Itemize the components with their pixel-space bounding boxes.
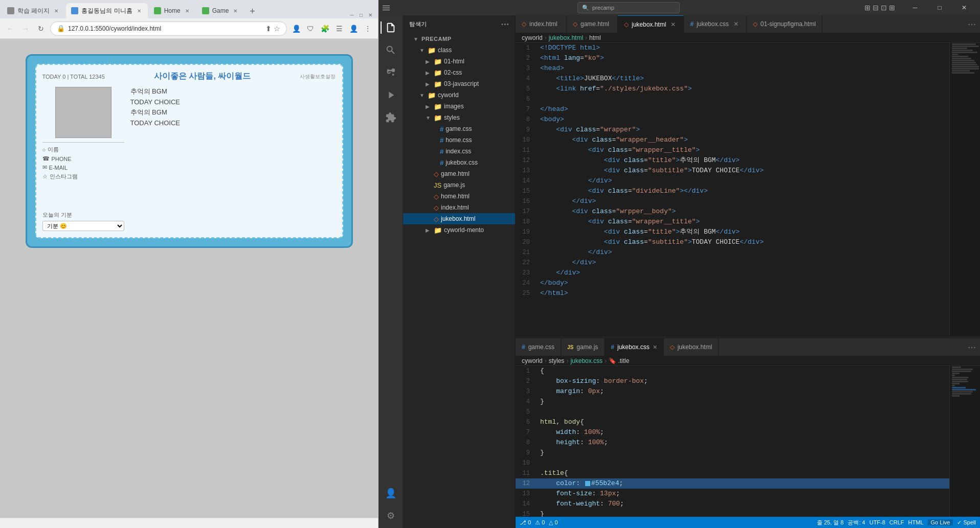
bottom-tabs-more-icon[interactable]: ⋯ (968, 342, 976, 352)
activity-account[interactable]: 👤 (381, 483, 401, 503)
tab-close-jukebox-css[interactable]: ✕ (732, 20, 740, 28)
activity-explorer[interactable] (381, 17, 401, 38)
status-git-branch[interactable]: ⎇ 0 (520, 519, 531, 526)
tab-game-html[interactable]: ◇ game.html (567, 15, 618, 33)
btab-game-css[interactable]: # game.css (516, 338, 561, 356)
sidebar-item-game-css[interactable]: ▶ # game.css (403, 123, 515, 134)
tab-close-1[interactable]: ✕ (136, 7, 143, 14)
bbreadcrumb-title-class[interactable]: 🔖 .title (609, 357, 629, 364)
tab-jukebox-html[interactable]: ◇ jukebox.html ✕ (618, 15, 684, 33)
btab-jukebox-html[interactable]: ◇ jukebox.html (664, 338, 719, 356)
code-line-17: 17 <div class="wrpper__body"> (516, 206, 949, 217)
new-tab-button[interactable]: + (245, 4, 259, 18)
browser-tab-2[interactable]: Home ✕ (149, 3, 196, 18)
sidebar-item-precamp[interactable]: ▼ PRECAMP (403, 33, 515, 44)
btab-jukebox-css[interactable]: # jukebox.css ✕ (605, 338, 663, 356)
vscode-close-button[interactable]: ✕ (952, 0, 976, 15)
bookmark-icon[interactable]: ☆ (274, 25, 280, 33)
top-code-editor[interactable]: 1 <!DOCTYPE html> 2 <html lang="ko"> 3 <… (516, 43, 949, 336)
layout-icon-1[interactable]: ⊞ (864, 4, 871, 12)
status-errors[interactable]: ⚠ 0 (535, 519, 545, 526)
sidebar-item-03-js[interactable]: ▶ 📁 03-javascript (403, 78, 515, 89)
minimap-line-1 (952, 43, 976, 45)
layout-icon-3[interactable]: ⊡ (881, 4, 887, 12)
layout-icon-4[interactable]: ⊞ (889, 4, 895, 12)
status-spaces[interactable]: 공백: 4 (848, 519, 865, 526)
puzzle-icon[interactable]: 🧩 (319, 22, 331, 35)
tab-jukebox-css[interactable]: # jukebox.css ✕ (684, 15, 746, 33)
mood-select[interactable]: 기분 😊 행복 슬픔 (42, 221, 124, 231)
bbreadcrumb-styles[interactable]: styles (549, 357, 565, 364)
breadcrumb-jukebox-html[interactable]: jukebox.html (549, 34, 583, 41)
sidebar-item-index-css[interactable]: ▶ # index.css (403, 146, 515, 157)
status-spell[interactable]: ✓ Spell (957, 519, 976, 526)
activity-git[interactable] (381, 62, 401, 83)
status-cursor-position[interactable]: 줄 25, 열 8 (817, 519, 844, 526)
cyworld-settings[interactable]: 사생활보호설정 (300, 73, 336, 80)
breadcrumb-cyworld[interactable]: cyworld (522, 34, 543, 41)
activity-settings[interactable]: ⚙ (381, 506, 401, 526)
reload-button[interactable]: ↻ (35, 22, 47, 35)
status-go-live[interactable]: Go Live (928, 519, 953, 525)
tab-index-html[interactable]: ◇ index.html (516, 15, 567, 33)
breadcrumb-html[interactable]: html (589, 34, 601, 41)
tab-close-3[interactable]: ✕ (232, 7, 239, 14)
menu-line-1 (383, 6, 390, 6)
sidebar-item-index-html[interactable]: ▶ ◇ index.html (403, 202, 515, 213)
sidebar-item-jukebox-html[interactable]: ▶ ◇ jukebox.html (403, 213, 515, 224)
sidebar-item-jukebox-css[interactable]: ▶ # jukebox.css (403, 157, 515, 168)
layout-icon-2[interactable]: ⊟ (873, 4, 879, 12)
shield-icon[interactable]: 🛡 (304, 22, 317, 35)
split-editor-icon[interactable]: ⋯ (968, 19, 976, 29)
vscode-minimize-button[interactable]: ─ (903, 0, 927, 15)
sidebar-item-images[interactable]: ▶ 📁 images (403, 101, 515, 112)
menu-dots-icon[interactable]: ⋮ (362, 22, 374, 35)
share-icon[interactable]: ⬆ (265, 25, 272, 33)
status-language[interactable]: HTML (908, 519, 924, 525)
sidebar-item-class[interactable]: ▼ 📁 class (403, 44, 515, 56)
back-button[interactable]: ← (4, 22, 16, 35)
tab-01-signupfigma[interactable]: ◇ 01-signupfigma.html (747, 15, 822, 33)
sidebar-more-button[interactable]: ⋯ (501, 19, 509, 29)
sidebar-item-home-css[interactable]: ▶ # home.css (403, 134, 515, 146)
sidebar-item-cyworld[interactable]: ▼ 📁 cyworld (403, 89, 515, 101)
sidebar-item-home-html[interactable]: ▶ ◇ home.html (403, 191, 515, 202)
list-icon[interactable]: ☰ (333, 22, 345, 35)
tab-close-0[interactable]: ✕ (53, 7, 60, 14)
user-icon[interactable]: 👤 (347, 22, 360, 35)
close-button[interactable]: ✕ (367, 11, 374, 18)
line-num-24: 24 (516, 278, 536, 288)
sidebar-item-cyworld-mento[interactable]: ▶ 📁 cyworld-mento (403, 224, 515, 236)
sidebar-item-01-html[interactable]: ▶ 📁 01-html (403, 56, 515, 67)
sidebar-item-game-html[interactable]: ▶ ◇ game.html (403, 168, 515, 179)
tab-close-2[interactable]: ✕ (184, 7, 191, 14)
browser-tab-1[interactable]: 홍길동님의 미니홈 ✕ (66, 3, 147, 18)
bbreadcrumb-cyworld[interactable]: cyworld (522, 357, 543, 364)
btab-close-jukebox-css[interactable]: ✕ (653, 344, 657, 351)
browser-tab-3[interactable]: Game ✕ (197, 3, 244, 18)
maximize-button[interactable]: □ (358, 11, 365, 18)
global-search-bar[interactable]: 🔍 precamp (577, 2, 680, 13)
bottom-minimap (949, 366, 980, 517)
forward-button[interactable]: → (19, 22, 32, 35)
btab-game-js[interactable]: JS game.js (561, 338, 605, 356)
sidebar-item-styles[interactable]: ▼ 📁 styles (403, 112, 515, 123)
vscode-maximize-button[interactable]: □ (928, 0, 951, 15)
minimize-button[interactable]: ─ (348, 11, 355, 18)
activity-run[interactable] (381, 85, 401, 105)
hamburger-menu-icon[interactable] (383, 3, 393, 13)
status-encoding[interactable]: UTF-8 (870, 519, 885, 525)
tab-close-jukebox-html[interactable]: ✕ (669, 20, 677, 29)
index-css-label: index.css (446, 148, 471, 155)
bottom-code-editor[interactable]: 1 { 2 box-sizing: border-box; 3 margin: … (516, 366, 949, 517)
status-eol[interactable]: CRLF (889, 519, 904, 525)
status-warnings[interactable]: △ 0 (549, 519, 558, 526)
bbreadcrumb-jukebox-css[interactable]: jukebox.css (570, 357, 603, 364)
activity-extensions[interactable] (381, 107, 401, 128)
url-bar[interactable]: 🔒 127.0.0.1:5500/cyworld/index.html ⬆ ☆ (50, 21, 287, 36)
activity-search[interactable] (381, 40, 401, 60)
browser-tab-0[interactable]: 학습 페이지 ✕ (2, 3, 65, 18)
profile-icon[interactable]: 👤 (290, 22, 302, 35)
sidebar-item-game-js[interactable]: ▶ JS game.js (403, 179, 515, 191)
sidebar-item-02-css[interactable]: ▶ 📁 02-css (403, 67, 515, 78)
